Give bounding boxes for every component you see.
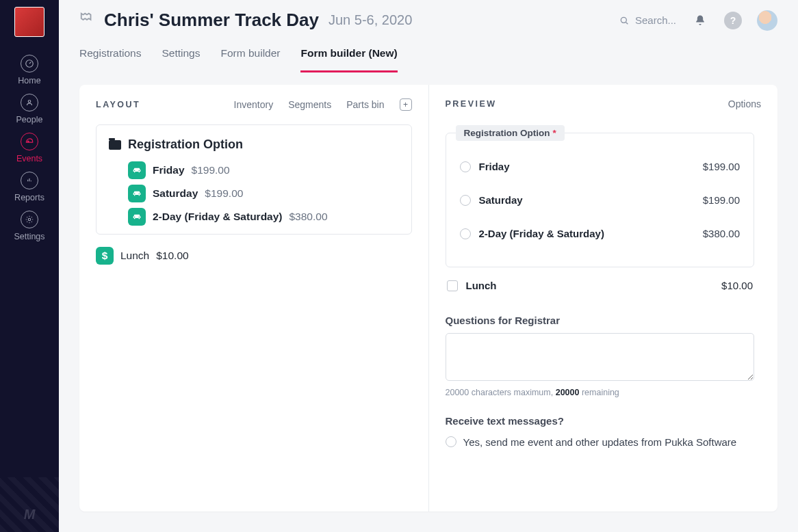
- sms-option-row[interactable]: Yes, send me event and other updates fro…: [446, 436, 755, 448]
- svg-point-3: [28, 218, 31, 221]
- layout-item-name: Saturday: [153, 187, 198, 200]
- search-icon: [619, 15, 630, 26]
- svg-point-2: [27, 141, 29, 142]
- layout-item-price: $199.00: [192, 164, 230, 176]
- layout-item[interactable]: Friday $199.00: [128, 161, 399, 179]
- preview-pane: PREVIEW Options Registration Option* Fri…: [428, 85, 778, 511]
- tab-settings[interactable]: Settings: [162, 47, 200, 72]
- sidebar-item-people[interactable]: People: [0, 94, 59, 124]
- avatar[interactable]: [757, 10, 777, 31]
- preview-option-row[interactable]: Saturday $199.00: [459, 183, 742, 217]
- option-label: Lunch: [466, 280, 497, 291]
- tabs: Registrations Settings Form builder Form…: [59, 31, 798, 72]
- radio-input[interactable]: [460, 195, 471, 206]
- car-icon: [128, 161, 146, 179]
- topbar: Chris' Summer Track Day Jun 5-6, 2020 Se…: [59, 0, 798, 31]
- sidebar-item-label: Home: [18, 76, 40, 85]
- layout-item[interactable]: Saturday $199.00: [128, 185, 399, 202]
- car-icon: [128, 185, 146, 202]
- main: Chris' Summer Track Day Jun 5-6, 2020 Se…: [59, 0, 798, 532]
- tab-form-builder[interactable]: Form builder: [220, 47, 280, 72]
- option-label: Friday: [479, 161, 510, 172]
- notifications-icon[interactable]: [691, 12, 709, 29]
- sidebar-item-settings[interactable]: Settings: [0, 211, 59, 241]
- search-input[interactable]: Search...: [619, 14, 676, 26]
- flag-icon: [79, 11, 94, 29]
- sidebar-item-events[interactable]: Events: [0, 133, 59, 163]
- car-icon: [128, 208, 146, 226]
- gauge-icon: [21, 55, 38, 72]
- sidebar-item-reports[interactable]: Reports: [0, 172, 59, 202]
- layout-item-price: $199.00: [205, 187, 243, 200]
- workspace: LAYOUT Inventory Segments Parts bin + Re…: [79, 85, 777, 511]
- sms-option-text: Yes, send me event and other updates fro…: [463, 436, 737, 448]
- layout-item-price: $380.00: [289, 211, 328, 223]
- preview-options-link[interactable]: Options: [728, 98, 761, 109]
- layout-item-lunch[interactable]: $ Lunch $10.00: [96, 247, 412, 265]
- option-price: $199.00: [703, 161, 740, 172]
- tab-form-builder-new[interactable]: Form builder (New): [300, 47, 397, 72]
- layout-item-name: Friday: [153, 164, 185, 176]
- sidebar-item-label: Settings: [14, 232, 44, 241]
- registration-group-title: Registration Option: [128, 137, 243, 152]
- preview-option-row[interactable]: Friday $199.00: [459, 150, 742, 183]
- dollar-icon: $: [96, 247, 114, 265]
- registration-option-fieldset: Registration Option* Friday $199.00 Satu…: [446, 133, 755, 267]
- sidebar-item-label: Reports: [14, 193, 44, 202]
- questions-textarea[interactable]: [446, 333, 755, 381]
- layout-item-name: 2-Day (Friday & Saturday): [153, 211, 283, 223]
- folder-icon: [109, 140, 121, 150]
- layout-item-price: $10.00: [156, 250, 188, 262]
- sms-label: Receive text messages?: [446, 415, 755, 427]
- layout-link-parts-bin[interactable]: Parts bin: [346, 99, 384, 110]
- option-price: $10.00: [721, 280, 753, 291]
- option-label: Saturday: [479, 194, 523, 206]
- gear-icon: [21, 211, 38, 228]
- sidebar-item-home[interactable]: Home: [0, 55, 59, 85]
- character-hint: 20000 characters maximum, 20000 remainin…: [446, 388, 755, 397]
- sidebar: Home People Events Reports Settings: [0, 0, 59, 532]
- chart-icon: [21, 172, 38, 189]
- page-date: Jun 5-6, 2020: [329, 12, 412, 28]
- layout-title: LAYOUT: [96, 100, 140, 109]
- radio-input[interactable]: [460, 161, 471, 172]
- sidebar-item-label: Events: [16, 154, 42, 163]
- help-icon[interactable]: ?: [724, 12, 742, 29]
- sidebar-item-label: People: [16, 115, 43, 124]
- radio-input[interactable]: [460, 228, 471, 239]
- questions-label: Questions for Registrar: [446, 315, 755, 326]
- layout-item-name: Lunch: [120, 250, 149, 262]
- layout-pane: LAYOUT Inventory Segments Parts bin + Re…: [79, 85, 428, 511]
- layout-link-inventory[interactable]: Inventory: [234, 99, 274, 110]
- add-button[interactable]: +: [400, 98, 412, 111]
- preview-lunch-row[interactable]: Lunch $10.00: [446, 267, 755, 297]
- checkbox-input[interactable]: [447, 280, 458, 291]
- option-label: 2-Day (Friday & Saturday): [479, 228, 604, 239]
- svg-point-4: [621, 17, 626, 23]
- search-placeholder: Search...: [635, 14, 676, 26]
- layout-item[interactable]: 2-Day (Friday & Saturday) $380.00: [128, 208, 399, 226]
- option-price: $380.00: [703, 228, 740, 239]
- tab-registrations[interactable]: Registrations: [79, 47, 141, 72]
- brand-mark: M: [0, 477, 59, 532]
- person-icon: [21, 94, 38, 111]
- registration-group[interactable]: Registration Option Friday $199.00: [96, 124, 412, 235]
- required-mark: *: [553, 128, 556, 138]
- preview-option-row[interactable]: 2-Day (Friday & Saturday) $380.00: [459, 217, 742, 250]
- fieldset-legend: Registration Option*: [456, 125, 565, 141]
- preview-title: PREVIEW: [446, 99, 497, 109]
- svg-point-1: [28, 101, 31, 103]
- layout-link-segments[interactable]: Segments: [288, 99, 331, 110]
- helmet-icon: [21, 133, 38, 150]
- radio-input[interactable]: [446, 436, 456, 447]
- page-title: Chris' Summer Track Day: [104, 10, 319, 31]
- brand-image[interactable]: [14, 7, 44, 37]
- option-price: $199.00: [703, 194, 740, 206]
